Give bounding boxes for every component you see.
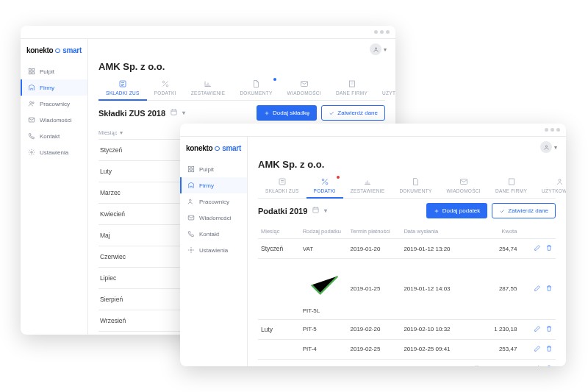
- sidebar-item-label: Kontakt: [40, 133, 60, 140]
- col-type[interactable]: Rodzaj podatku: [300, 224, 348, 239]
- approve-button[interactable]: Zatwierdź dane: [492, 203, 556, 218]
- cell-actions: [520, 319, 556, 339]
- cell-actions: [520, 259, 556, 320]
- building-icon: [28, 84, 35, 91]
- edit-icon[interactable]: [534, 365, 541, 366]
- mail-icon: [187, 214, 195, 221]
- cell-actions: [520, 339, 556, 359]
- col-amount[interactable]: Kwota: [466, 224, 520, 239]
- mail-icon: [28, 116, 35, 124]
- calendar-icon[interactable]: [170, 108, 178, 118]
- tab-podatki[interactable]: PODATKI: [147, 78, 184, 100]
- edit-icon[interactable]: [534, 244, 541, 253]
- sidebar-item-pracownicy[interactable]: Pracownicy: [180, 193, 247, 210]
- edit-icon[interactable]: [534, 285, 541, 293]
- window-dot: [551, 128, 554, 132]
- delete-icon[interactable]: [545, 345, 553, 354]
- svg-rect-18: [192, 166, 194, 168]
- logo-smart: smart: [222, 144, 241, 152]
- sidebar-item-kontakt[interactable]: Kontakt: [180, 226, 247, 242]
- table-row: LutyPIT-52019-02-202019-02-10 10:321 230…: [258, 319, 556, 339]
- sidebar-item-wiadomosci[interactable]: Wiadomości: [21, 112, 87, 128]
- cell-due: 2019-01-20: [347, 239, 401, 259]
- phone-icon: [187, 230, 195, 238]
- chart-icon: [204, 79, 212, 88]
- cell-sent: [401, 359, 466, 366]
- cell-due: 2019-01-25: [347, 259, 401, 320]
- sidebar-item-firmy[interactable]: Firmy: [21, 79, 87, 96]
- document-icon: [251, 79, 260, 88]
- tab-dokumenty[interactable]: DOKUMENTY: [232, 78, 279, 100]
- cell-amount: 254,74: [466, 239, 520, 259]
- svg-point-27: [326, 182, 328, 185]
- tab-dokumenty[interactable]: DOKUMENTY: [392, 176, 439, 198]
- col-due[interactable]: Termin płatności: [347, 224, 401, 239]
- tab-label: PODATKI: [154, 90, 176, 96]
- tab-zestawienie[interactable]: ZESTAWIENIE: [343, 176, 392, 198]
- tab-zestawienie[interactable]: ZESTAWIENIE: [184, 78, 233, 100]
- tab-label: DANE FIRMY: [336, 90, 368, 96]
- svg-point-8: [375, 47, 376, 49]
- cell-due: 2019-02-25: [347, 339, 401, 359]
- window-dot: [545, 128, 548, 132]
- col-month[interactable]: Miesiąc: [98, 129, 117, 136]
- svg-rect-25: [279, 179, 285, 185]
- percent-icon: [161, 79, 170, 88]
- sidebar-item-ustawienia[interactable]: Ustawienia: [21, 144, 87, 160]
- tab-dane-firmy[interactable]: DANE FIRMY: [329, 78, 375, 100]
- mail-icon: [459, 177, 468, 186]
- chevron-down-icon[interactable]: ▾: [384, 46, 387, 53]
- avatar[interactable]: [540, 141, 552, 153]
- add-podatek-button[interactable]: Dodaj podatek: [426, 203, 488, 218]
- cell-due: 2019-03-20: [347, 359, 401, 366]
- tab-podatki[interactable]: PODATKI: [306, 176, 343, 198]
- add-skladka-button[interactable]: Dodaj składkę: [257, 105, 317, 121]
- calendar-icon[interactable]: [312, 206, 320, 215]
- tab-dane-firmy[interactable]: DANE FIRMY: [488, 176, 534, 198]
- delete-icon[interactable]: [545, 365, 553, 366]
- sort-icon[interactable]: ▾: [120, 129, 123, 136]
- edit-icon[interactable]: [534, 345, 541, 354]
- tab-wiadomosci[interactable]: WIADOMOŚCI: [440, 176, 488, 198]
- tab-wiadomosci[interactable]: WIADOMOŚCI: [280, 78, 329, 100]
- svg-point-30: [559, 179, 561, 182]
- tab-skladki-zus[interactable]: SKŁADKI ZUS: [258, 176, 306, 198]
- chevron-down-icon[interactable]: ▾: [324, 207, 327, 214]
- delete-icon[interactable]: [545, 244, 553, 253]
- tab-uzytkownicy[interactable]: UŻYTKOWNICY: [375, 78, 395, 100]
- logo: konekto smart: [21, 39, 87, 63]
- tab-uzytkownicy[interactable]: UŻYTKOWNICY: [534, 176, 566, 198]
- list-icon: [278, 177, 287, 186]
- sidebar: konekto smart Pulpit Firmy Pracownicy Wi…: [180, 137, 248, 366]
- col-sent[interactable]: Data wysłania: [401, 224, 466, 239]
- sidebar-item-firmy[interactable]: Firmy: [180, 177, 247, 193]
- sidebar-item-pulpit[interactable]: Pulpit: [21, 63, 87, 79]
- sidebar-item-pracownicy[interactable]: Pracownicy: [21, 96, 87, 112]
- svg-rect-28: [460, 179, 467, 185]
- col-month[interactable]: Miesiąc: [258, 224, 300, 239]
- approve-button[interactable]: Zatwierdź dane: [321, 105, 385, 121]
- prev-amount: -252,45: [473, 365, 502, 366]
- edit-icon[interactable]: [534, 325, 541, 334]
- sidebar-item-pulpit[interactable]: Pulpit: [180, 161, 247, 177]
- svg-rect-13: [349, 81, 354, 87]
- cell-sent: 2019-02-10 10:32: [401, 319, 466, 339]
- avatar[interactable]: [370, 43, 381, 55]
- cell-type: VAT: [300, 359, 348, 366]
- sidebar-item-ustawienia[interactable]: Ustawienia: [180, 242, 247, 258]
- delete-icon[interactable]: [545, 285, 553, 293]
- section-title: Składki ZUS 2018 ▾: [98, 108, 185, 118]
- check-icon: [303, 301, 345, 307]
- logo-word: konekto: [186, 144, 212, 152]
- window-dot: [556, 128, 560, 132]
- chevron-down-icon[interactable]: ▾: [182, 110, 185, 116]
- delete-icon[interactable]: [545, 325, 553, 334]
- tab-skladki-zus[interactable]: SKŁADKI ZUS: [98, 78, 147, 100]
- cell-due: 2019-02-20: [347, 319, 401, 339]
- svg-rect-16: [171, 110, 176, 115]
- sidebar-item-wiadomosci[interactable]: Wiadomości: [180, 210, 247, 226]
- cell-type: PIT-4: [300, 339, 348, 359]
- sidebar-item-kontakt[interactable]: Kontakt: [21, 128, 87, 144]
- chevron-down-icon[interactable]: ▾: [554, 144, 557, 151]
- table-row: PIT-5L2019-01-252019-01-12 14:03287,55: [258, 259, 556, 320]
